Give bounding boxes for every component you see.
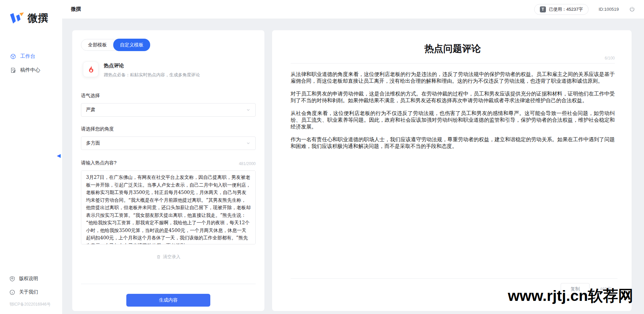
content-label-row: 请输入热点内容? 481/2000 (81, 160, 256, 166)
site-watermark: www.rjtj.cn软荐网 (508, 286, 633, 306)
tab-all-templates[interactable]: 全部模板 (81, 39, 114, 51)
template-title: 热点评论 (104, 63, 200, 69)
generated-paragraph: 从社会角度来看，这位便利店老板的行为不仅违反了劳动法规，也伤害了员工和男友的感情… (291, 110, 615, 130)
hot-content-input[interactable]: 3月27日，在广东佛山，有网友在社交平台上发文称，因自己提离职，男友被老板一并开… (81, 170, 256, 244)
title-divider (291, 63, 615, 64)
shield-icon (9, 276, 15, 282)
template-subtitle: 蹭热点必备：粘贴实时热点内容，生成多角度评论 (104, 72, 200, 78)
generate-button[interactable]: 生成内容 (126, 294, 210, 307)
tone-select-value: 严肃 (86, 107, 95, 113)
sidebar-item-workbench[interactable]: 工作台 (0, 49, 62, 63)
template-card[interactable]: 热点评论 蹭热点必备：粘贴实时热点内容，生成多角度评论 (83, 62, 256, 78)
user-id: ID:100519 (599, 7, 619, 12)
angle-label: 请选择您的角度 (81, 126, 256, 132)
form-divider (81, 284, 256, 284)
generated-text: 从法律和职业道德的角度来看，这位便利店老板的行为是违法的，违反了劳动法规中的保护… (291, 71, 615, 150)
sidebar-item-manuscripts[interactable]: 稿件中心 (0, 63, 62, 77)
template-tabs: 全部模板 自定义模板 (81, 39, 150, 51)
generated-paragraph: 对于员工和男友的申请劳动仲裁，这是合法维权的方式。在劳动仲裁的过程中，员工和男友… (291, 90, 615, 104)
clear-input-button[interactable]: 清空录入 (81, 254, 256, 260)
generated-paragraph: 从法律和职业道德的角度来看，这位便利店老板的行为是违法的，违反了劳动法规中的保护… (291, 71, 615, 84)
template-form-panel: 全部模板 自定义模板 热点评论 蹭热点必备：粘贴实时热点内容，生成多角度评论 语… (72, 30, 264, 311)
usage-counter-label: 已使用：45237字 (549, 6, 583, 12)
angle-select-value: 多方面 (86, 140, 100, 146)
clear-input-label: 清空录入 (163, 254, 180, 260)
sidebar-item-copyright[interactable]: 版权说明 (0, 272, 62, 285)
char-counter: 481/2000 (239, 161, 256, 166)
chevron-down-icon (246, 108, 251, 112)
template-card-text: 热点评论 蹭热点必备：粘贴实时热点内容，生成多角度评论 (104, 62, 200, 78)
sidebar-item-label: 工作台 (20, 53, 35, 60)
sidebar-collapse-arrow-icon[interactable]: ◀ (57, 153, 61, 158)
workbench-icon (10, 53, 16, 60)
sidebar: 微撰 工作台 稿件中心 版权说明 (0, 0, 62, 314)
sidebar-item-about[interactable]: 关于我们 (0, 285, 62, 299)
topbar: 微撰 T 已使用：45237字 ID:100519 (62, 0, 644, 19)
angle-select[interactable]: 多方面 (81, 136, 256, 150)
tone-label: 语气选择 (81, 93, 256, 99)
footer-item-label: 版权说明 (19, 276, 38, 282)
tone-select[interactable]: 严肃 (81, 103, 256, 117)
topbar-right: T 已使用：45237字 ID:100519 (534, 4, 635, 15)
trash-icon (156, 254, 161, 259)
flame-icon (87, 65, 95, 73)
fire-icon-tile (83, 62, 98, 77)
power-icon (629, 6, 635, 12)
usage-counter-pill[interactable]: T 已使用：45237字 (534, 4, 589, 15)
weizhuan-logo-icon (9, 12, 24, 25)
result-title: 热点问题评论 (291, 30, 615, 55)
content-label: 请输入热点内容? (81, 160, 117, 166)
page-title: 微撰 (71, 6, 81, 12)
result-counter: 6/100 (291, 56, 615, 61)
logout-button[interactable] (629, 6, 635, 12)
app-logo: 微撰 (0, 0, 62, 25)
word-count-icon: T (540, 6, 546, 12)
sidebar-footer: 版权说明 关于我们 鄂ICP备2022016946号 (0, 272, 62, 314)
generated-paragraph: 作为一名有责任心和职业道德的职场人士，我们应该遵守劳动法规，尊重劳动者的权益，建… (291, 136, 615, 150)
chevron-down-icon (246, 141, 251, 146)
tab-custom-templates[interactable]: 自定义模板 (113, 39, 150, 51)
document-icon (10, 67, 16, 73)
sidebar-item-label: 稿件中心 (20, 67, 40, 73)
footer-item-label: 关于我们 (19, 289, 38, 295)
sidebar-nav: 工作台 稿件中心 (0, 49, 62, 77)
info-icon (9, 289, 15, 295)
app-logo-text: 微撰 (28, 11, 48, 25)
result-bottom-divider (291, 278, 617, 279)
icp-number: 鄂ICP备2022016946号 (0, 299, 62, 311)
result-panel: 热点问题评论 6/100 从法律和职业道德的角度来看，这位便利店老板的行为是违法… (272, 30, 632, 311)
